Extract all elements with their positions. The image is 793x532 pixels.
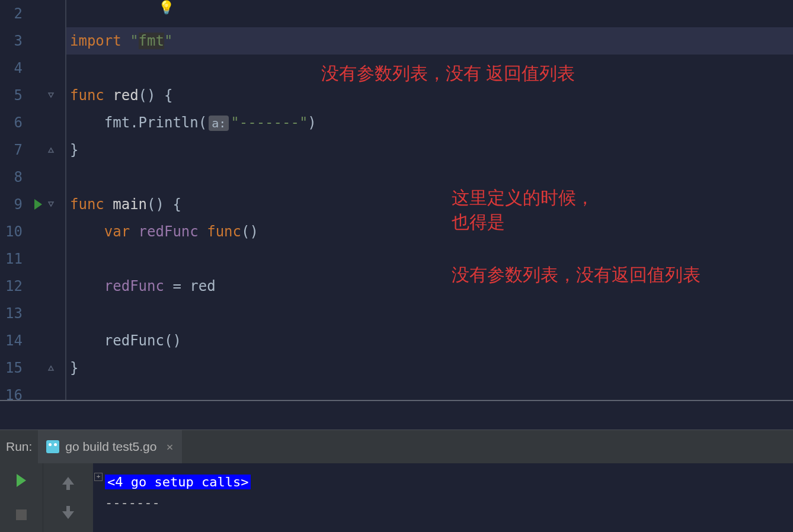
code-token: ) (308, 114, 316, 131)
line-number: 8 (0, 164, 30, 191)
fold-marker-slot (46, 27, 65, 55)
line-number-gutter: 2345678910111213141516 (0, 0, 30, 400)
code-line[interactable] (66, 164, 793, 191)
code-line[interactable]: var redFunc func() (66, 218, 793, 245)
annotation-text: 没有参数列表，没有返回值列表 (452, 263, 701, 287)
code-token: func (70, 87, 113, 104)
scroll-down-button[interactable] (43, 498, 93, 532)
console-output[interactable]: + <4 go setup calls> ------- (93, 463, 793, 532)
code-token: fmt.Println( (70, 114, 207, 131)
fold-marker-slot[interactable] (46, 354, 65, 382)
code-token: func (207, 223, 241, 240)
code-token: import (70, 33, 130, 49)
line-number: 4 (0, 55, 30, 82)
code-content[interactable]: 💡 import "fmt"func red() { fmt.Println(a… (66, 0, 793, 400)
inline-param-hint: a: (209, 116, 229, 131)
fold-marker-slot[interactable] (46, 82, 65, 109)
line-number: 13 (0, 300, 30, 327)
code-line[interactable]: import "fmt" (66, 27, 793, 55)
run-marker-slot (30, 218, 46, 245)
code-line[interactable]: } (66, 136, 793, 164)
fold-marker-slot (46, 55, 65, 82)
fold-marker-slot (46, 382, 65, 400)
line-number: 9 (0, 191, 30, 218)
rerun-button[interactable] (0, 463, 43, 498)
gopher-icon (46, 440, 59, 453)
run-marker-slot (30, 382, 46, 400)
code-token: } (70, 360, 78, 376)
run-line-icon (34, 199, 42, 210)
code-line[interactable] (66, 0, 793, 27)
code-token: } (70, 142, 78, 158)
run-marker-slot (30, 164, 46, 191)
code-token: redFunc (139, 223, 207, 240)
fold-marker-slot[interactable] (46, 136, 65, 164)
line-number: 5 (0, 82, 30, 109)
run-marker-slot (30, 354, 46, 382)
run-marker-slot (30, 273, 46, 300)
spacer (0, 401, 793, 430)
code-token: main (113, 196, 147, 213)
line-number: 15 (0, 354, 30, 382)
run-config-tab[interactable]: go build test5.go × (38, 430, 181, 463)
code-token: redFunc (104, 278, 164, 294)
close-icon[interactable]: × (166, 440, 173, 454)
code-token: () { (139, 87, 173, 104)
fold-marker-slot (46, 109, 65, 136)
line-number: 12 (0, 273, 30, 300)
run-config-title: go build test5.go (65, 440, 156, 454)
stop-button[interactable] (0, 498, 43, 532)
run-marker-slot[interactable] (30, 191, 46, 218)
arrow-down-icon (62, 511, 74, 519)
console-primary-toolbar (0, 463, 43, 532)
run-marker-gutter (30, 0, 46, 400)
line-number: 6 (0, 109, 30, 136)
scroll-up-button[interactable] (43, 463, 93, 498)
setup-calls-fold[interactable]: <4 go setup calls> (105, 475, 251, 489)
fold-gutter (46, 0, 65, 400)
code-token: fmt (139, 33, 164, 49)
code-editor[interactable]: 2345678910111213141516 💡 import "fmt"fun… (0, 0, 793, 400)
code-token: = red (164, 278, 216, 294)
code-token: () (241, 223, 258, 240)
fold-marker-slot (46, 164, 65, 191)
run-marker-slot (30, 300, 46, 327)
fold-marker-slot[interactable] (46, 191, 65, 218)
run-marker-slot (30, 82, 46, 109)
fold-marker-slot (46, 218, 65, 245)
code-line[interactable]: } (66, 354, 793, 382)
run-panel-header: Run: go build test5.go × (0, 430, 793, 463)
code-token: () { (147, 196, 181, 213)
code-token: red (113, 87, 138, 104)
run-marker-slot (30, 109, 46, 136)
run-label: Run: (0, 440, 38, 454)
arrow-up-icon (62, 477, 74, 485)
code-token: func (70, 196, 113, 213)
line-number: 10 (0, 218, 30, 245)
console-output-line: ------- (105, 495, 160, 510)
line-number: 11 (0, 245, 30, 273)
fold-marker-slot (46, 245, 65, 273)
expand-icon[interactable]: + (94, 473, 103, 481)
annotation-text: 没有参数列表，没有 返回值列表 (321, 62, 575, 86)
code-token: " (164, 33, 172, 49)
run-marker-slot (30, 245, 46, 273)
code-token: redFunc() (70, 332, 181, 349)
console-panel: + <4 go setup calls> ------- (0, 463, 793, 532)
fold-marker-slot (46, 327, 65, 354)
line-number: 14 (0, 327, 30, 354)
code-line[interactable]: fmt.Println(a:"-------") (66, 109, 793, 136)
code-line[interactable]: func main() { (66, 191, 793, 218)
line-number: 3 (0, 27, 30, 55)
run-marker-slot (30, 27, 46, 55)
fold-marker-slot (46, 300, 65, 327)
fold-marker-slot (46, 273, 65, 300)
code-line[interactable] (66, 382, 793, 400)
code-line[interactable] (66, 300, 793, 327)
line-number: 2 (0, 0, 30, 27)
code-line[interactable]: redFunc() (66, 327, 793, 354)
line-number: 7 (0, 136, 30, 164)
annotation-text: 这里定义的时候， 也得是 (452, 186, 594, 235)
code-token: var (104, 223, 139, 240)
code-token: " (130, 33, 138, 49)
